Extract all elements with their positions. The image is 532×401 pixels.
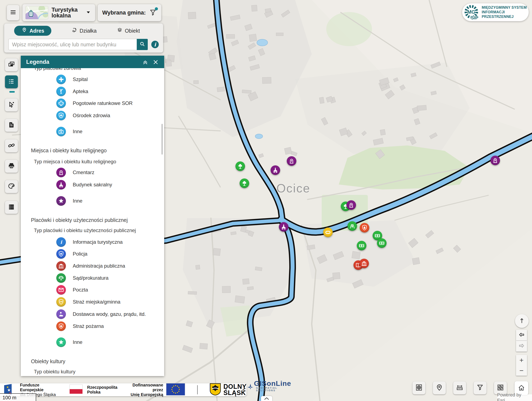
- layers-icon: [117, 27, 123, 34]
- poland-line1: Rzeczpospolita: [87, 385, 117, 389]
- data-storage-button[interactable]: [5, 201, 18, 214]
- north-arrow-icon: [518, 316, 526, 326]
- legend-item-label: Poczta: [73, 287, 88, 293]
- dolny-slask-crest: [209, 383, 221, 396]
- legend-item-label: Cmentarz: [73, 169, 94, 175]
- legend-item: SMStraż miejska/gminna: [56, 297, 120, 307]
- locate-icon: [435, 383, 443, 393]
- church-marker[interactable]: [279, 222, 288, 232]
- menu-button[interactable]: [7, 5, 19, 20]
- draw-palette-button[interactable]: [5, 180, 18, 193]
- select-cursor-icon: [7, 100, 16, 109]
- legend-title: Legenda: [26, 59, 49, 65]
- legend-scrollbar[interactable]: [161, 124, 163, 155]
- search-icon: [139, 41, 146, 48]
- legend-list-icon: [7, 77, 16, 87]
- svg-text:MG: MG: [467, 9, 475, 15]
- close-icon[interactable]: [152, 58, 160, 66]
- back-arrow-icon: [518, 331, 526, 339]
- cemetery-marker[interactable]: [490, 156, 500, 165]
- hamburger-icon: [9, 8, 17, 17]
- fire-station-marker[interactable]: [360, 223, 369, 232]
- legend-item-label: Apteka: [73, 88, 88, 94]
- basemap-gallery-button[interactable]: [412, 382, 425, 394]
- draw-palette-icon: [7, 182, 16, 191]
- brand-line2: INFORMACJI PRZESTRZENNEJ: [482, 10, 513, 19]
- select-cursor-button[interactable]: [5, 99, 18, 111]
- public-building-marker[interactable]: [359, 259, 369, 268]
- poland-line2: Polska: [87, 390, 100, 394]
- info-button[interactable]: i: [151, 41, 159, 48]
- collapse-icon[interactable]: [141, 58, 149, 66]
- tab-adres[interactable]: Adres: [14, 26, 51, 36]
- tree-marker[interactable]: [240, 178, 249, 188]
- legend-item-label: Pogotowie ratunkowe SOR: [73, 100, 133, 106]
- zoom-in-button[interactable]: +: [519, 356, 524, 364]
- legend-header[interactable]: Legenda: [21, 56, 164, 68]
- filter-button[interactable]: [474, 382, 487, 394]
- playground-marker[interactable]: [348, 221, 357, 231]
- layout-compare-icon: [496, 383, 505, 393]
- filter-active-dot: [155, 7, 158, 10]
- tab-działka[interactable]: Działka: [71, 27, 97, 34]
- msip-map-application: Ocice Turystyka lokalna: [0, 0, 532, 401]
- envelope-legend-icon: [56, 285, 66, 295]
- windows-stack-button[interactable]: [5, 58, 18, 71]
- legend-item: Sąd/prokuratura: [56, 273, 108, 283]
- report-document-button[interactable]: [5, 119, 18, 132]
- layer-theme-dropdown[interactable]: Turystyka lokalna: [22, 4, 95, 21]
- legend-item-label: Straż miejska/gminna: [73, 299, 120, 305]
- msip-logo: MG SIP: [464, 4, 480, 20]
- tombstone-legend-icon: [56, 168, 66, 177]
- stadium-marker[interactable]: [323, 227, 333, 237]
- plus-legend-icon: [56, 75, 66, 84]
- star-legend-icon: [56, 196, 66, 206]
- print-button[interactable]: [5, 160, 18, 173]
- town-label: Ocice: [276, 181, 310, 195]
- search-input[interactable]: [8, 39, 137, 50]
- brand-line1: MIĘDZYGMINNY SYSTEM: [482, 5, 527, 10]
- eu-flag: [166, 383, 185, 396]
- legend-item: Poczta: [56, 285, 88, 295]
- print-icon: [7, 162, 16, 171]
- legend-item-label: Administracja publiczna: [73, 263, 125, 269]
- cofund-line2: Unię Europejską: [131, 392, 163, 397]
- crossOutline-legend-icon: [56, 99, 66, 108]
- legend-list-button[interactable]: [5, 75, 18, 88]
- legend-item: Ośrodek zdrowia: [56, 111, 110, 120]
- sports-field-marker[interactable]: [377, 238, 386, 248]
- share-link-button[interactable]: [5, 139, 18, 152]
- measure-button[interactable]: [453, 382, 466, 394]
- legend-sub-header: Typ obiektu kultury: [34, 369, 76, 375]
- selected-gmina-panel[interactable]: Wybrana gmina:: [98, 4, 161, 21]
- scales-legend-icon: [56, 273, 66, 283]
- legend-sub-header: Typ miejsca i obiektu kultu religijnego: [34, 159, 116, 164]
- search-panel: AdresDziałkaObiekt i: [4, 24, 163, 53]
- legend-item-label: Dostawca wody, gazu, prądu, itd.: [73, 311, 146, 317]
- north-arrow-button[interactable]: [515, 314, 529, 328]
- eu-funding-footer: ★ ★ ★ Fundusze Europejskie dla Dolnego Ś…: [0, 383, 247, 396]
- footer-collapse-chevron[interactable]: <: [241, 386, 247, 394]
- home-icon: [517, 383, 526, 393]
- sports-field-marker[interactable]: [357, 241, 366, 250]
- church-marker[interactable]: [271, 165, 280, 175]
- scale-bar: 100 m: [0, 393, 36, 401]
- legend-item: Administracja publiczna: [56, 261, 125, 271]
- bottom-collapse-tab[interactable]: [261, 396, 272, 401]
- fireBadge-legend-icon: [56, 321, 66, 331]
- cemetery-marker[interactable]: [346, 200, 356, 210]
- back-button[interactable]: [516, 330, 527, 341]
- tab-label: Adres: [30, 28, 44, 34]
- search-button[interactable]: [137, 39, 148, 50]
- cemetery-marker[interactable]: [287, 156, 296, 166]
- locate-button[interactable]: [433, 382, 446, 394]
- zoom-out-button[interactable]: −: [519, 367, 524, 375]
- funnel-icon[interactable]: [149, 8, 157, 17]
- tab-obiekt[interactable]: Obiekt: [117, 27, 140, 34]
- forward-button[interactable]: [516, 341, 527, 351]
- legend-body[interactable]: Typ placówki zdrowia SzpitalAptekaPogoto…: [21, 68, 164, 376]
- legend-item: Straż pożarna: [56, 321, 104, 331]
- footer-divider: [197, 385, 198, 394]
- tree-marker[interactable]: [235, 162, 245, 171]
- chevron-down-icon: [85, 9, 91, 16]
